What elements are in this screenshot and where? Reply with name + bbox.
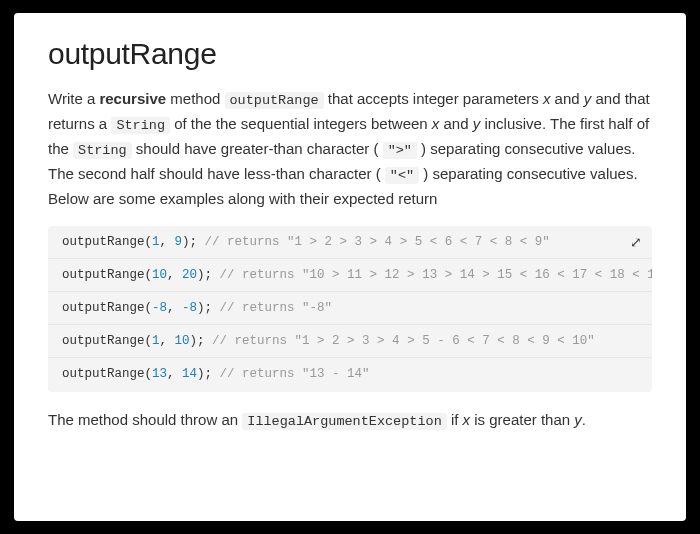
inline-code: String (111, 117, 170, 134)
footer-text: is greater than (470, 411, 574, 428)
code-comment: // returns "10 > 11 > 12 > 13 > 14 > 15 … (220, 268, 652, 282)
problem-description: Write a recursive method outputRange tha… (48, 87, 652, 210)
inline-code: ">" (383, 142, 417, 159)
code-comment: // returns "13 - 14" (220, 367, 370, 381)
code-line: outputRange(-8, -8); // returns "-8" (48, 292, 652, 325)
variable-y: y (574, 411, 582, 428)
code-num: 14 (182, 367, 197, 381)
desc-text: Write a (48, 90, 99, 107)
code-line: outputRange(1, 9); // returns "1 > 2 > 3… (48, 226, 652, 259)
code-examples-block[interactable]: ⤢ outputRange(1, 9); // returns "1 > 2 >… (48, 226, 652, 392)
code-num: 1 (152, 334, 160, 348)
document-page: outputRange Write a recursive method out… (14, 13, 686, 521)
page-title: outputRange (48, 37, 652, 71)
code-fn: outputRange (62, 367, 145, 381)
code-line: outputRange(10, 20); // returns "10 > 11… (48, 259, 652, 292)
code-fn: outputRange (62, 268, 145, 282)
code-num: 1 (152, 235, 160, 249)
code-num: 10 (175, 334, 190, 348)
code-line: outputRange(1, 10); // returns "1 > 2 > … (48, 325, 652, 358)
variable-x: x (463, 411, 471, 428)
code-comment: // returns "1 > 2 > 3 > 4 > 5 < 6 < 7 < … (205, 235, 550, 249)
code-comment: // returns "1 > 2 > 3 > 4 > 5 - 6 < 7 < … (212, 334, 595, 348)
footer-text: if (447, 411, 463, 428)
desc-text: should have greater-than character ( (132, 140, 383, 157)
code-line: outputRange(13, 14); // returns "13 - 14… (48, 358, 652, 390)
footer-note: The method should throw an IllegalArgume… (48, 408, 652, 433)
footer-text: The method should throw an (48, 411, 242, 428)
code-num: 13 (152, 367, 167, 381)
code-fn: outputRange (62, 334, 145, 348)
footer-text: . (582, 411, 586, 428)
desc-text: and (439, 115, 472, 132)
code-num: 10 (152, 268, 167, 282)
code-num: -8 (152, 301, 167, 315)
code-num: -8 (182, 301, 197, 315)
inline-code: "<" (385, 167, 419, 184)
expand-icon[interactable]: ⤢ (630, 234, 642, 251)
desc-text: of the the sequential integers between (170, 115, 432, 132)
desc-bold: recursive (99, 90, 166, 107)
inline-code: IllegalArgumentException (242, 413, 446, 430)
code-num: 20 (182, 268, 197, 282)
desc-text: and (550, 90, 583, 107)
code-fn: outputRange (62, 235, 145, 249)
desc-text: method (166, 90, 224, 107)
desc-text: that accepts integer parameters (324, 90, 543, 107)
code-comment: // returns "-8" (220, 301, 333, 315)
code-num: 9 (175, 235, 183, 249)
inline-code: outputRange (225, 92, 324, 109)
inline-code: String (73, 142, 132, 159)
code-fn: outputRange (62, 301, 145, 315)
